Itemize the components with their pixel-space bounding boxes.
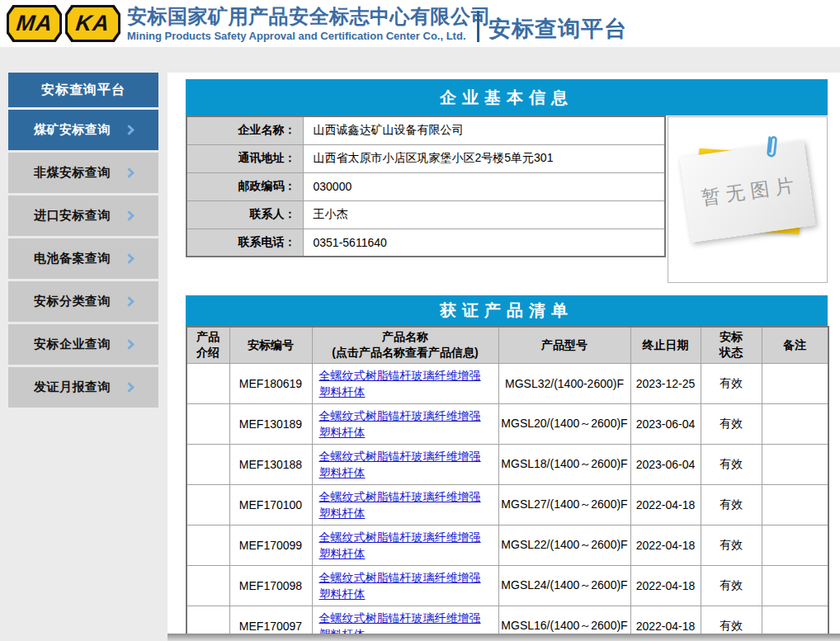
header-divider [477, 11, 479, 42]
product-name-cell: 全螺纹式树脂锚杆玻璃纤维增强塑料杆体 [312, 363, 498, 403]
sidebar-item-non-coal-query[interactable]: 非煤安标查询 [8, 153, 158, 193]
product-name-cell: 全螺纹式树脂锚杆玻璃纤维增强塑料杆体 [312, 565, 498, 606]
product-code-cell: MEF130189 [229, 403, 312, 444]
status-cell: 有效 [701, 484, 762, 525]
end-date-cell: 2022-04-18 [630, 525, 701, 565]
chevron-right-icon [124, 339, 134, 350]
product-model-cell: MGSL27/(1400～2600)F [498, 484, 630, 525]
product-intro-cell [186, 565, 229, 606]
field-value-company-name: 山西诚鑫达矿山设备有限公司 [303, 116, 665, 144]
product-code-cell: MEF180619 [229, 363, 312, 403]
product-code-cell: MEF130188 [229, 444, 312, 484]
field-label-company-name: 企业名称： [186, 116, 303, 144]
enterprise-section-title: 企业基本信息 [186, 79, 828, 115]
status-cell: 有效 [701, 363, 762, 403]
product-intro-cell [186, 484, 229, 525]
products-table: 产品介绍 安标编号 产品名称(点击产品名称查看产品信息) 产品型号 终止日期 安… [186, 326, 829, 641]
chevron-right-icon [124, 296, 134, 307]
col-product-name: 产品名称(点击产品名称查看产品信息) [312, 327, 498, 363]
enterprise-info-table: 企业名称： 山西诚鑫达矿山设备有限公司 通讯地址： 山西省太原市小店区巩家堡小区… [186, 115, 666, 257]
product-model-cell: MGSL32/(1400-2600)F [498, 363, 630, 403]
products-section-title: 获证产品清单 [186, 295, 828, 326]
product-name-cell: 全螺纹式树脂锚杆玻璃纤维增强塑料杆体 [312, 403, 498, 444]
chevron-right-icon [124, 382, 134, 393]
remark-cell [762, 484, 828, 525]
product-intro-cell [186, 525, 229, 565]
enterprise-field-row: 联系人： 王小杰 [186, 200, 665, 229]
logo-badge-ma-inner: MA [9, 7, 59, 40]
product-intro-cell [186, 363, 229, 403]
product-code-cell: MEF170099 [229, 525, 312, 565]
sidebar-item-coal-mine-query[interactable]: 煤矿安标查询 [8, 110, 158, 150]
product-name-link[interactable]: 全螺纹式树脂锚杆玻璃纤维增强塑料杆体 [319, 571, 481, 601]
sidebar-item-enterprise-query[interactable]: 安标企业查询 [8, 324, 158, 365]
field-value-postcode: 030000 [303, 172, 665, 200]
sidebar: 安标查询平台 煤矿安标查询 非煤安标查询 进口安标查询 电池备案查询 安标分类查… [8, 73, 158, 410]
remark-cell [762, 363, 828, 403]
remark-cell [762, 444, 828, 484]
no-image-text: 暂无图片 [694, 172, 801, 211]
field-value-address: 山西省太原市小店区巩家堡小区2号楼5单元301 [303, 144, 665, 172]
end-date-cell: 2022-04-18 [630, 484, 701, 525]
field-value-phone: 0351-5611640 [303, 229, 665, 257]
sidebar-item-classification-query[interactable]: 安标分类查询 [8, 281, 158, 322]
remark-cell [762, 525, 828, 565]
field-label-phone: 联系电话： [186, 229, 303, 257]
sidebar-item-battery-filing-query[interactable]: 电池备案查询 [8, 238, 158, 279]
col-product-model: 产品型号 [498, 327, 630, 363]
logo-text-ma: MA [15, 11, 54, 36]
product-name-cell: 全螺纹式树脂锚杆玻璃纤维增强塑料杆体 [312, 525, 498, 565]
col-safety-mark-code: 安标编号 [229, 327, 312, 363]
product-name-link[interactable]: 全螺纹式树脂锚杆玻璃纤维增强塑料杆体 [319, 369, 481, 398]
product-model-cell: MGSL20/(1400～2600)F [498, 403, 630, 444]
end-date-cell: 2023-06-04 [630, 444, 701, 484]
no-image-placeholder: 暂无图片 [680, 140, 816, 243]
product-name-cell: 全螺纹式树脂锚杆玻璃纤维增强塑料杆体 [312, 484, 498, 525]
status-cell: 有效 [701, 444, 762, 484]
status-cell: 有效 [701, 403, 762, 444]
remark-cell [762, 403, 828, 444]
field-value-contact: 王小杰 [303, 200, 665, 229]
product-model-cell: MGSL24/(1400～2600)F [498, 565, 630, 606]
product-name-link[interactable]: 全螺纹式树脂锚杆玻璃纤维增强塑料杆体 [319, 490, 481, 520]
product-name-cell: 全螺纹式树脂锚杆玻璃纤维增强塑料杆体 [312, 444, 498, 484]
bottom-scroll-bar[interactable] [168, 634, 840, 641]
end-date-cell: 2022-04-18 [630, 565, 701, 606]
field-label-contact: 联系人： [186, 200, 303, 229]
products-header-row: 产品介绍 安标编号 产品名称(点击产品名称查看产品信息) 产品型号 终止日期 安… [186, 327, 828, 363]
platform-title: 安标查询平台 [488, 14, 627, 44]
sidebar-item-import-query[interactable]: 进口安标查询 [8, 196, 158, 236]
logo-badge-ma: MA [7, 5, 62, 42]
end-date-cell: 2023-12-25 [630, 363, 701, 403]
col-remark: 备注 [762, 327, 828, 363]
remark-cell [762, 565, 828, 606]
product-code-cell: MEF170100 [229, 484, 312, 525]
sidebar-title: 安标查询平台 [8, 73, 158, 107]
table-row: MEF170100 全螺纹式树脂锚杆玻璃纤维增强塑料杆体 MGSL27/(140… [186, 484, 828, 525]
field-label-postcode: 邮政编码： [186, 172, 303, 200]
table-row: MEF170098 全螺纹式树脂锚杆玻璃纤维增强塑料杆体 MGSL24/(140… [186, 565, 828, 606]
enterprise-field-row: 通讯地址： 山西省太原市小店区巩家堡小区2号楼5单元301 [186, 144, 665, 172]
maka-logo[interactable]: MA KA [7, 5, 120, 42]
table-row: MEF130189 全螺纹式树脂锚杆玻璃纤维增强塑料杆体 MGSL20/(140… [186, 403, 828, 444]
product-image-box: 暂无图片 [668, 116, 828, 283]
logo-text-ka: KA [74, 11, 111, 36]
sidebar-item-monthly-report-query[interactable]: 发证月报查询 [8, 367, 158, 408]
product-name-link[interactable]: 全螺纹式树脂锚杆玻璃纤维增强塑料杆体 [319, 530, 481, 560]
table-row: MEF130188 全螺纹式树脂锚杆玻璃纤维增强塑料杆体 MGSL18/(140… [186, 444, 828, 484]
col-end-date: 终止日期 [630, 327, 701, 363]
col-product-intro: 产品介绍 [186, 327, 229, 363]
status-cell: 有效 [701, 525, 762, 565]
product-code-cell: MEF170098 [229, 565, 312, 606]
chevron-right-icon [124, 125, 134, 135]
paperclip-icon [762, 131, 781, 163]
enterprise-field-row: 邮政编码： 030000 [186, 172, 665, 200]
org-name-cn: 安标国家矿用产品安全标志中心有限公司 [127, 2, 491, 30]
org-name-block: 安标国家矿用产品安全标志中心有限公司 Mining Products Safet… [127, 2, 491, 43]
product-intro-cell [186, 403, 229, 444]
status-cell: 有效 [701, 565, 762, 606]
enterprise-field-row: 企业名称： 山西诚鑫达矿山设备有限公司 [186, 116, 665, 144]
product-name-link[interactable]: 全螺纹式树脂锚杆玻璃纤维增强塑料杆体 [319, 450, 481, 479]
product-name-link[interactable]: 全螺纹式树脂锚杆玻璃纤维增强塑料杆体 [319, 409, 481, 439]
field-label-address: 通讯地址： [186, 144, 303, 172]
